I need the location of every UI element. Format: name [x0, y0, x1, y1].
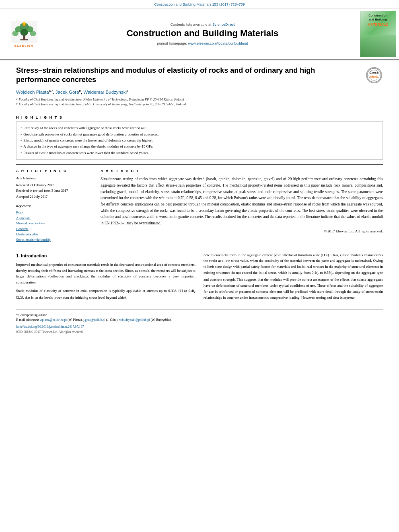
- author-2[interactable]: Jacek Góra: [56, 90, 79, 94]
- email-line: E-mail addresses: wpiasta@tu.kielce.pl (…: [16, 318, 383, 322]
- svg-point-4: [12, 31, 18, 36]
- main-content: Stress–strain relationships and modulus …: [0, 60, 399, 341]
- journal-homepage: journal homepage: www.elsevier.com/locat…: [157, 41, 248, 45]
- highlight-2: • Good strength properties of rocks do n…: [21, 131, 378, 137]
- citation-bar: Construction and Building Materials 153 …: [0, 0, 399, 8]
- copyright: © 2017 Elsevier Ltd. All rights reserved…: [101, 228, 383, 234]
- elsevier-branding: ELSEVIER: [0, 8, 48, 60]
- highlight-3-text: Elastic moduli of granite concretes were…: [23, 138, 153, 143]
- bullet-3: •: [21, 138, 22, 143]
- keyword-5[interactable]: Elastic modulus: [16, 232, 93, 237]
- page: Construction and Building Materials 153 …: [0, 0, 399, 532]
- affiliations: a Faculty of Civil Engineering and Archi…: [16, 97, 383, 107]
- intro-para-3: new microcracks form in the aggregate-ce…: [204, 252, 383, 301]
- email-1[interactable]: wpiasta@tu.kielce.pl: [40, 318, 67, 322]
- body-col-right: new microcracks form in the aggregate-ce…: [204, 252, 383, 304]
- accepted-date: Accepted 22 July 2017: [16, 194, 93, 199]
- journal-homepage-link[interactable]: www.elsevier.com/locate/conbuildmat: [188, 41, 248, 45]
- keywords-section: Keywords: Rock Aggregate Mineral composi…: [16, 203, 93, 242]
- highlight-1-text: Rare study of the rocks and concretes wi…: [23, 125, 146, 131]
- elsevier-logo: ELSEVIER: [10, 21, 38, 47]
- highlights-divider: [16, 164, 383, 165]
- info-abstract-section: A R T I C L E I N F O Article history: R…: [16, 168, 383, 242]
- author-3[interactable]: Waldemar Budzyński: [83, 90, 127, 94]
- keywords-label: Keywords:: [16, 203, 93, 209]
- keyword-4[interactable]: Concrete: [16, 226, 93, 232]
- highlight-5: • Results of elastic modulus of concrete…: [21, 150, 378, 156]
- author-1-sup: a,*: [49, 89, 53, 92]
- highlight-1: • Rare study of the rocks and concretes …: [21, 125, 378, 131]
- revised-date: Received in revised form 3 June 2017: [16, 188, 93, 193]
- highlights-section: H I G H L I G H T S • Rare study of the …: [16, 115, 383, 160]
- cover-title-line3: MATERIALS: [368, 23, 389, 27]
- intro-para-1: Improved mechanical properties of constr…: [16, 262, 195, 286]
- citation-text: Construction and Building Materials 153 …: [154, 2, 245, 6]
- abstract-col: A B S T R A C T Simultaneous testing of …: [101, 168, 383, 242]
- highlight-5-text: Results of elastic modulus of concrete t…: [23, 150, 149, 156]
- svg-point-5: [20, 29, 28, 35]
- journal-header: ELSEVIER Contents lists available at Sci…: [0, 8, 399, 60]
- keyword-1[interactable]: Rock: [16, 210, 93, 216]
- keyword-3[interactable]: Mineral composition: [16, 221, 93, 226]
- affil-2: b Faculty of Civil Engineering and Archi…: [16, 102, 383, 107]
- bullet-4: •: [21, 144, 22, 149]
- section-1-heading: 1. Introduction: [16, 252, 195, 259]
- crossmark-section[interactable]: Cross Mark: [365, 66, 383, 84]
- abstract-divider: [16, 248, 383, 248]
- svg-point-6: [30, 31, 36, 36]
- svg-text:Mark: Mark: [370, 75, 378, 78]
- highlight-2-text: Good strength properties of rocks do not…: [23, 131, 158, 137]
- bullet-2: •: [21, 131, 22, 137]
- keyword-2[interactable]: Aggregate: [16, 216, 93, 221]
- body-col-left: 1. Introduction Improved mechanical prop…: [16, 252, 195, 304]
- article-info: A R T I C L E I N F O Article history: R…: [16, 168, 93, 242]
- affil-1: a Faculty of Civil Engineering and Archi…: [16, 97, 383, 102]
- author-2-sup: b: [79, 89, 81, 92]
- abstract-label: A B S T R A C T: [101, 168, 383, 174]
- intro-para-2: Static modulus of elasticity of concrete…: [16, 288, 195, 301]
- highlight-3: • Elastic moduli of granite concretes we…: [21, 138, 378, 143]
- journal-title: Construction and Building Materials: [127, 28, 279, 39]
- received-date: Received 21 February 2017: [16, 182, 93, 188]
- svg-text:Cross: Cross: [369, 71, 378, 74]
- author-1[interactable]: Wojciech Piasta: [16, 90, 49, 94]
- journal-title-section: Contents lists available at ScienceDirec…: [48, 8, 357, 60]
- article-info-label: A R T I C L E I N F O: [16, 168, 93, 174]
- footer: * Corresponding author. E-mail addresses…: [16, 309, 383, 335]
- elsevier-tree-icon: [10, 21, 38, 43]
- author-3-sup: b: [127, 89, 128, 92]
- highlight-4: • A change in the type of aggregate may …: [21, 144, 378, 149]
- article-title-section: Stress–strain relationships and modulus …: [16, 66, 383, 85]
- authors-line: Wojciech Piastaa,*, Jacek Górab, Waldema…: [16, 89, 383, 94]
- sciencedirect-anchor[interactable]: ScienceDirect: [212, 23, 235, 27]
- svg-rect-8: [20, 39, 28, 40]
- article-info-col: A R T I C L E I N F O Article history: R…: [16, 168, 93, 242]
- title-divider: [16, 112, 383, 112]
- journal-cover-image: Construction and Building MATERIALS: [360, 11, 396, 57]
- article-title: Stress–strain relationships and modulus …: [16, 66, 365, 85]
- highlight-4-text: A change in the type of aggregate may ch…: [23, 144, 153, 149]
- sciencedirect-link: Contents lists available at ScienceDirec…: [170, 23, 234, 27]
- bullet-5: •: [21, 150, 22, 156]
- crossmark-icon: Cross Mark: [366, 67, 382, 83]
- journal-cover-section: Construction and Building MATERIALS: [357, 8, 399, 60]
- cover-title-line1: Construction and Building: [368, 14, 387, 22]
- issn-line: 0950-0618/© 2017 Elsevier Ltd. All right…: [16, 330, 383, 335]
- email-2[interactable]: j.gora@pollub.pl: [83, 318, 105, 322]
- doi-link[interactable]: http://dx.doi.org/10.1016/j.conbuildmat.…: [16, 325, 84, 329]
- history-dates: Received 21 February 2017 Received in re…: [16, 182, 93, 199]
- bullet-1: •: [21, 125, 22, 131]
- email-3[interactable]: w.budzynski@pollub.pl: [119, 318, 150, 322]
- corresponding-note: * Corresponding author.: [16, 313, 383, 318]
- svg-point-10: [23, 21, 25, 25]
- keyword-6[interactable]: Stress–strain relationship: [16, 237, 93, 243]
- highlights-box: • Rare study of the rocks and concretes …: [16, 121, 383, 160]
- abstract-section: A B S T R A C T Simultaneous testing of …: [101, 168, 383, 234]
- cover-background: [360, 35, 396, 57]
- elsevier-label: ELSEVIER: [14, 44, 34, 47]
- abstract-text: Simultaneous testing of rocks from which…: [101, 176, 383, 226]
- body-section: 1. Introduction Improved mechanical prop…: [16, 252, 383, 304]
- history-label: Article history:: [16, 176, 93, 181]
- highlights-label: H I G H L I G H T S: [16, 115, 383, 119]
- doi-line: http://dx.doi.org/10.1016/j.conbuildmat.…: [16, 325, 383, 330]
